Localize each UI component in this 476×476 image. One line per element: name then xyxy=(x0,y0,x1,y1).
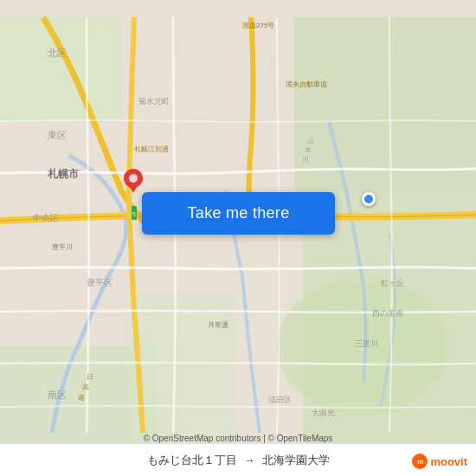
svg-text:本: 本 xyxy=(305,146,312,154)
svg-text:札幌江別通: 札幌江別通 xyxy=(134,145,169,153)
svg-text:m: m xyxy=(417,458,423,466)
svg-point-37 xyxy=(129,174,138,183)
svg-text:西の里南: 西の里南 xyxy=(372,309,403,318)
direction-arrow: → xyxy=(244,453,255,466)
svg-text:大曲光: 大曲光 xyxy=(312,408,335,417)
svg-text:境央自動車道: 境央自動車道 xyxy=(285,80,327,88)
moovit-icon: m xyxy=(412,453,428,469)
svg-text:中央区: 中央区 xyxy=(33,213,59,222)
take-me-there-label: Take me there xyxy=(188,204,290,222)
svg-text:北区: 北区 xyxy=(48,48,67,58)
svg-text:5: 5 xyxy=(132,211,136,217)
svg-text:日: 日 xyxy=(87,373,93,381)
destination-label: 北海学園大学 xyxy=(262,453,330,468)
destination-pin xyxy=(124,169,143,193)
svg-text:豊平区: 豊平区 xyxy=(87,278,113,287)
svg-text:東区: 東区 xyxy=(48,130,67,140)
svg-rect-2 xyxy=(294,17,476,190)
svg-text:三里川: 三里川 xyxy=(355,339,378,348)
svg-text:札幌市: 札幌市 xyxy=(47,168,80,180)
svg-text:虹ヶ丘: 虹ヶ丘 xyxy=(381,279,404,287)
origin-label: もみじ台北１丁目 xyxy=(147,453,237,468)
moovit-text: moovit xyxy=(430,455,467,468)
svg-text:山: 山 xyxy=(307,137,314,145)
moovit-logo: m moovit xyxy=(412,453,467,469)
svg-text:菊水元町: 菊水元町 xyxy=(138,97,170,106)
map-container: 北区 東区 札幌市 中央区 白石区 豊平区 南区 虹ヶ丘 西の里南 三里川 平和… xyxy=(0,0,476,476)
svg-text:南区: 南区 xyxy=(48,389,67,400)
svg-marker-36 xyxy=(127,183,139,193)
svg-text:国道275号: 国道275号 xyxy=(242,22,274,29)
map-attribution: © OpenStreetMap contributors | © OpenTil… xyxy=(0,434,476,443)
svg-text:高: 高 xyxy=(82,383,89,391)
take-me-there-button[interactable]: Take me there xyxy=(142,192,335,235)
svg-text:速: 速 xyxy=(78,394,85,402)
svg-text:清田区: 清田区 xyxy=(268,396,292,404)
svg-text:月寒通: 月寒通 xyxy=(208,321,228,329)
map-svg: 北区 東区 札幌市 中央区 白石区 豊平区 南区 虹ヶ丘 西の里南 三里川 平和… xyxy=(0,0,476,476)
svg-rect-1 xyxy=(0,17,121,121)
svg-text:豊平川: 豊平川 xyxy=(52,243,73,251)
current-location-dot xyxy=(362,192,376,206)
footer-bar: もみじ台北１丁目 → 北海学園大学 m moovit xyxy=(0,443,476,476)
svg-text:川: 川 xyxy=(302,156,309,164)
